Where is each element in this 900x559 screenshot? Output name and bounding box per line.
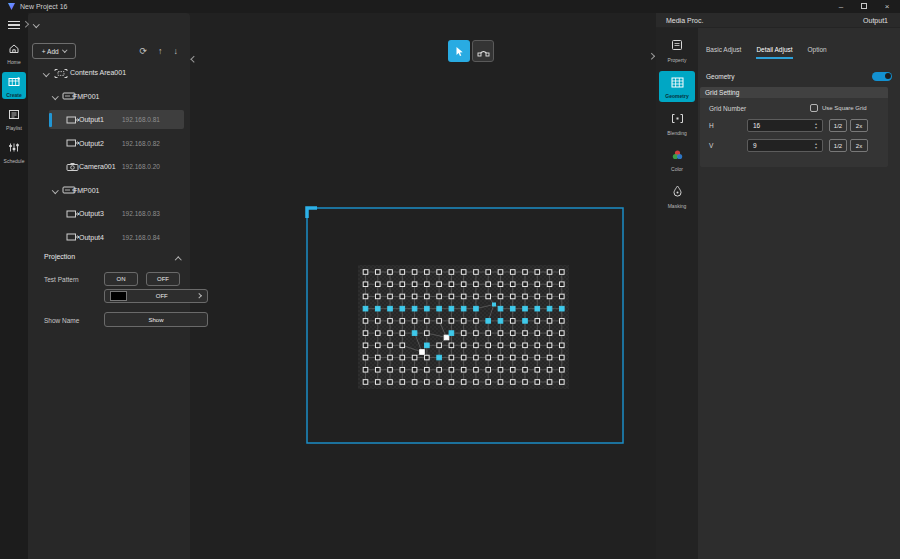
mesh-handle[interactable]: [388, 306, 393, 311]
mesh-handle[interactable]: [486, 270, 491, 275]
mesh-handle[interactable]: [363, 294, 368, 299]
mesh-handle[interactable]: [425, 306, 430, 311]
tree-row-output4[interactable]: Output4192.168.0.84: [28, 226, 190, 250]
tab-detail-adjust[interactable]: Detail Adjust: [756, 46, 792, 59]
mesh-handle[interactable]: [510, 294, 515, 299]
mesh-handle[interactable]: [510, 343, 515, 348]
warp-mesh[interactable]: [190, 13, 655, 559]
mesh-handle[interactable]: [425, 270, 430, 275]
mesh-handle[interactable]: [461, 355, 466, 360]
mesh-handle[interactable]: [498, 331, 503, 336]
mesh-handle[interactable]: [560, 270, 565, 275]
mesh-handle[interactable]: [375, 343, 380, 348]
mesh-handle[interactable]: [449, 367, 454, 372]
mesh-handle[interactable]: [425, 282, 430, 287]
close-button[interactable]: ×: [882, 0, 892, 13]
mesh-handle[interactable]: [560, 294, 565, 299]
mesh-handle[interactable]: [363, 319, 368, 324]
mesh-handle[interactable]: [486, 282, 491, 287]
mesh-handle[interactable]: [510, 306, 515, 311]
mesh-handle[interactable]: [400, 331, 405, 336]
mesh-handle[interactable]: [412, 367, 417, 372]
nav-item-create[interactable]: Create: [2, 72, 26, 99]
mesh-handle[interactable]: [510, 270, 515, 275]
mesh-handle[interactable]: [474, 294, 479, 299]
move-down-icon[interactable]: ↓: [174, 44, 179, 58]
mesh-handle[interactable]: [523, 306, 528, 311]
mesh-handle[interactable]: [363, 367, 368, 372]
mesh-handle[interactable]: [425, 331, 430, 336]
mesh-handle[interactable]: [412, 294, 417, 299]
mesh-handle[interactable]: [560, 319, 565, 324]
mesh-handle[interactable]: [437, 282, 442, 287]
mesh-handle[interactable]: [523, 367, 528, 372]
mesh-handle[interactable]: [510, 282, 515, 287]
mesh-handle[interactable]: [486, 319, 491, 324]
mesh-handle[interactable]: [449, 319, 454, 324]
mesh-handle[interactable]: [523, 294, 528, 299]
show-name-button[interactable]: Show: [104, 312, 208, 327]
mesh-handle[interactable]: [474, 380, 479, 385]
v-grid-input[interactable]: 9 ▴▾: [747, 139, 823, 152]
mesh-handle[interactable]: [375, 319, 380, 324]
test-pattern-off-button[interactable]: OFF: [146, 272, 180, 286]
mesh-handle[interactable]: [535, 294, 540, 299]
mesh-handle[interactable]: [486, 380, 491, 385]
mesh-handle[interactable]: [474, 282, 479, 287]
mesh-handle[interactable]: [425, 380, 430, 385]
mesh-handle[interactable]: [412, 319, 417, 324]
mesh-handle[interactable]: [388, 367, 393, 372]
test-pattern-color-dropdown[interactable]: OFF: [104, 289, 208, 303]
mesh-handle[interactable]: [535, 355, 540, 360]
mesh-handle[interactable]: [510, 355, 515, 360]
mesh-handle[interactable]: [388, 319, 393, 324]
mesh-handle[interactable]: [560, 282, 565, 287]
mesh-handle[interactable]: [547, 306, 552, 311]
nav-item-playlist[interactable]: Playlist: [2, 105, 26, 132]
mesh-handle[interactable]: [363, 331, 368, 336]
mesh-handle[interactable]: [375, 270, 380, 275]
maximize-button[interactable]: [859, 0, 869, 13]
mesh-handle[interactable]: [400, 270, 405, 275]
tool-masking[interactable]: Masking: [659, 180, 695, 212]
nav-item-home[interactable]: Home: [2, 39, 26, 66]
mesh-handle[interactable]: [535, 343, 540, 348]
mesh-handle[interactable]: [547, 367, 552, 372]
mesh-handle[interactable]: [498, 282, 503, 287]
spinner-icons[interactable]: ▴▾: [812, 142, 822, 150]
mesh-handle[interactable]: [363, 343, 368, 348]
mesh-handle[interactable]: [388, 380, 393, 385]
mesh-handle[interactable]: [560, 331, 565, 336]
mesh-handle[interactable]: [498, 367, 503, 372]
mesh-handle[interactable]: [449, 282, 454, 287]
mesh-handle[interactable]: [547, 355, 552, 360]
mesh-handle[interactable]: [523, 331, 528, 336]
move-up-icon[interactable]: ↑: [158, 44, 163, 58]
mesh-handle[interactable]: [523, 355, 528, 360]
mesh-handle[interactable]: [449, 306, 454, 311]
v-half-button[interactable]: 1/2: [829, 139, 847, 152]
mesh-handle[interactable]: [547, 319, 552, 324]
mesh-handle[interactable]: [444, 335, 449, 340]
mesh-handle[interactable]: [486, 331, 491, 336]
tool-property[interactable]: Property: [659, 34, 695, 66]
refresh-icon[interactable]: ⟳: [139, 44, 147, 58]
mesh-handle[interactable]: [461, 282, 466, 287]
mesh-handle[interactable]: [425, 355, 430, 360]
mesh-handle[interactable]: [493, 303, 496, 306]
mesh-handle[interactable]: [400, 306, 405, 311]
mesh-handle[interactable]: [486, 343, 491, 348]
mesh-handle[interactable]: [449, 380, 454, 385]
use-square-grid-checkbox[interactable]: [810, 104, 818, 112]
mesh-handle[interactable]: [474, 343, 479, 348]
mesh-handle[interactable]: [510, 319, 515, 324]
mesh-handle[interactable]: [486, 294, 491, 299]
mesh-handle[interactable]: [498, 380, 503, 385]
mesh-handle[interactable]: [400, 282, 405, 287]
mesh-handle[interactable]: [523, 282, 528, 287]
geometry-toggle[interactable]: [872, 72, 892, 81]
mesh-handle[interactable]: [388, 270, 393, 275]
mesh-handle[interactable]: [523, 380, 528, 385]
mesh-handle[interactable]: [437, 355, 442, 360]
mesh-handle[interactable]: [510, 380, 515, 385]
